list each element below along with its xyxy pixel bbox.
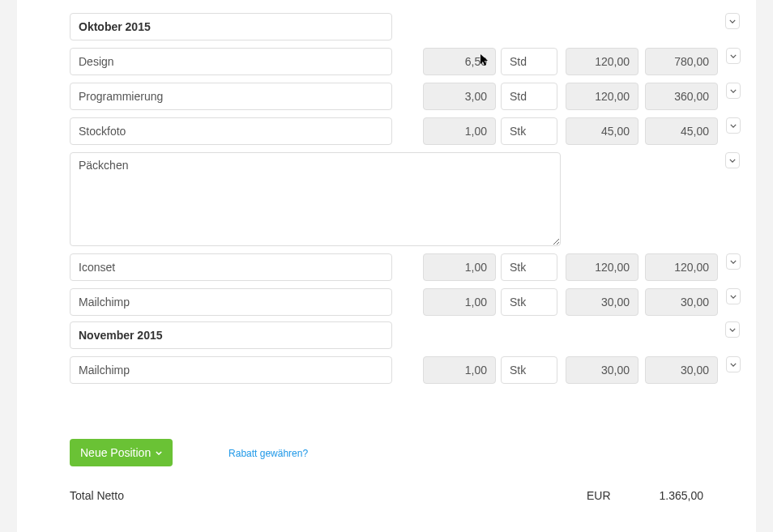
line-description-textarea[interactable]: Päckchen: [70, 152, 561, 246]
line-quantity-input[interactable]: [423, 356, 496, 384]
total-currency: EUR: [587, 489, 611, 502]
caret-down-icon: [729, 159, 736, 163]
new-position-label: Neue Position: [80, 446, 151, 459]
line-total-input: [645, 48, 718, 75]
line-quantity-input[interactable]: [423, 48, 496, 75]
line-price-input[interactable]: [566, 253, 638, 281]
group-heading-input[interactable]: [70, 13, 392, 40]
line-quantity-input[interactable]: [423, 117, 496, 145]
group-heading-input[interactable]: [70, 321, 392, 349]
line-quantity-input[interactable]: [423, 253, 496, 281]
row-menu-button[interactable]: [726, 83, 741, 99]
caret-down-icon: [730, 89, 737, 93]
row-menu-button[interactable]: [725, 152, 740, 168]
caret-down-icon: [730, 363, 737, 367]
caret-down-icon: [730, 124, 737, 128]
line-description-input[interactable]: [70, 253, 392, 281]
caret-down-icon: [730, 54, 737, 58]
line-quantity-input[interactable]: [423, 288, 496, 316]
line-price-input[interactable]: [566, 83, 638, 110]
row-menu-button[interactable]: [725, 321, 740, 338]
row-menu-button[interactable]: [726, 288, 741, 304]
row-menu-button[interactable]: [726, 356, 741, 372]
row-menu-button[interactable]: [726, 48, 741, 64]
line-unit-input[interactable]: [501, 117, 557, 145]
line-total-input: [645, 117, 718, 145]
line-total-input: [645, 356, 718, 384]
row-menu-button[interactable]: [725, 13, 740, 29]
new-position-button[interactable]: Neue Position: [70, 439, 173, 466]
caret-down-icon: [730, 295, 737, 299]
total-net-label: Total Netto: [70, 489, 124, 502]
caret-down-icon: [729, 19, 736, 23]
line-unit-input[interactable]: [501, 83, 557, 110]
caret-down-icon: [729, 328, 736, 332]
total-net-amount: 1.365,00: [660, 489, 704, 502]
line-total-input: [645, 288, 718, 316]
line-unit-input[interactable]: [501, 48, 557, 75]
line-total-input: [645, 253, 718, 281]
line-description-input[interactable]: [70, 288, 392, 316]
line-description-input[interactable]: [70, 83, 392, 110]
line-description-input[interactable]: [70, 356, 392, 384]
line-description-input[interactable]: [70, 48, 392, 75]
caret-down-icon: [156, 451, 162, 455]
line-unit-input[interactable]: [501, 288, 557, 316]
row-menu-button[interactable]: [726, 253, 741, 270]
line-price-input[interactable]: [566, 288, 638, 316]
caret-down-icon: [730, 260, 737, 264]
line-unit-input[interactable]: [501, 253, 557, 281]
row-menu-button[interactable]: [726, 117, 741, 134]
line-price-input[interactable]: [566, 356, 638, 384]
line-total-input: [645, 83, 718, 110]
line-description-input[interactable]: [70, 117, 392, 145]
line-quantity-input[interactable]: [423, 83, 496, 110]
line-price-input[interactable]: [566, 48, 638, 75]
line-unit-input[interactable]: [501, 356, 557, 384]
line-price-input[interactable]: [566, 117, 638, 145]
discount-link[interactable]: Rabatt gewähren?: [228, 448, 308, 459]
